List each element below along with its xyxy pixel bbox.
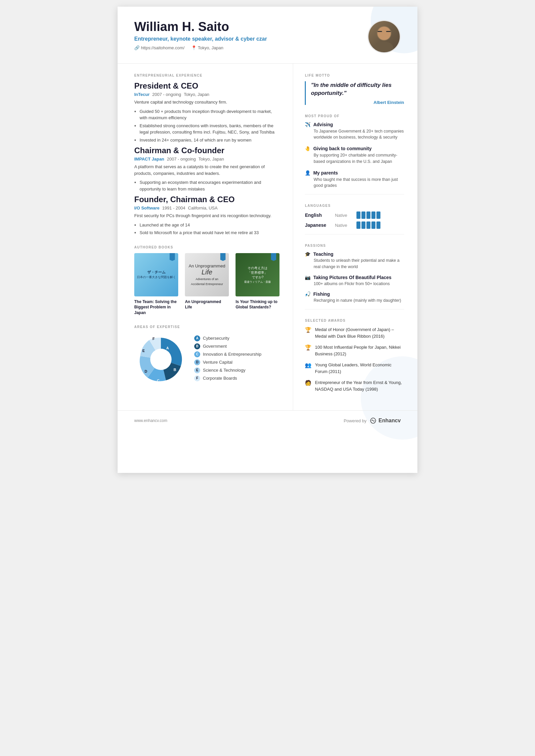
legend-label-e: Science & Technology <box>203 368 246 373</box>
lang-bar <box>366 221 370 229</box>
exp-title-2: Chairman & Co-founder <box>134 146 279 155</box>
award-text-4: Entrepreneur of the Year from Ernst & Yo… <box>315 379 404 392</box>
exp-bullets-3: Launched at the age of 14 Sold to Micros… <box>134 222 279 236</box>
passion-desc-1: Students to unleash their potential and … <box>313 257 404 270</box>
proud-title-2: 🤚 Giving back to community <box>305 146 404 151</box>
avatar-image <box>368 21 400 52</box>
book-cover-2: An UnprogrammedLifeAdventures of anAccid… <box>185 253 229 296</box>
legend-item-c: C Innovation & Entrepreneurship <box>194 351 279 357</box>
exp-location-2: Tokyo, Japan <box>199 157 224 162</box>
exp-company-3: I/O Software <box>134 205 160 210</box>
exp-meta-2: IMPACT Japan 2007 - ongoing Tokyo, Japan <box>134 157 279 162</box>
website-link[interactable]: 🔗 https://saitohome.com/ <box>134 45 185 50</box>
book-bookmark-3 <box>271 253 276 261</box>
svg-point-5 <box>150 349 172 370</box>
svg-text:E: E <box>142 349 145 353</box>
svg-text:F: F <box>153 337 155 341</box>
language-item-1: English Native <box>305 211 404 219</box>
exp-location-3: California, USA <box>188 205 218 210</box>
bullet-item: Invested in 24+ companies, 14 of which a… <box>134 137 279 144</box>
legend-label-b: Government <box>203 344 227 349</box>
award-text-3: Young Global Leaders, World Economic For… <box>315 362 404 375</box>
header: William H. Saito Entrepreneur, keynote s… <box>118 7 417 64</box>
proud-item-1: ✈️ Advising To Japanese Government & 20+… <box>305 122 404 141</box>
book-title-2: An Unprogrammed Life <box>185 299 229 310</box>
passions-section-label: PASSIONS <box>305 244 404 247</box>
divider-1 <box>305 194 404 194</box>
legend-label-a: Cybersecurity <box>203 336 229 341</box>
location-icon: 📍 <box>191 45 197 50</box>
award-icon-2: 🏆 <box>305 344 311 351</box>
footer: www.enhancv.com Powered by Enhancv <box>118 410 417 431</box>
award-item-1: 🏆 Medal of Honor (Government of Japan) –… <box>305 326 404 339</box>
book-bookmark-1 <box>170 253 175 261</box>
lang-bar <box>361 211 365 219</box>
motto-box: "In the middle of difficulty lies opport… <box>305 81 404 105</box>
lang-level-1: Native <box>335 213 353 218</box>
book-cover-1: ザ・チーム日本の一番大きな問題を解く <box>134 253 178 296</box>
proud-section-label: MOST PROUD OF <box>305 114 404 118</box>
lang-bar <box>366 211 370 219</box>
legend-item-f: F Corporate Boards <box>194 375 279 381</box>
book-cover-text-3: その考え方は「世界標準」ですか?最速ウィリアム・斎藤 <box>243 264 272 285</box>
person-title: Entrepreneur, keynote speaker, advisor &… <box>134 36 267 42</box>
svg-text:D: D <box>145 369 147 373</box>
experience-item-2: Chairman & Co-founder IMPACT Japan 2007 … <box>134 146 279 192</box>
svg-rect-3 <box>377 31 382 32</box>
footer-url: www.enhancv.com <box>134 418 167 423</box>
bullet-item: Guided 50 + products from inception thro… <box>134 108 279 121</box>
legend-letter-a: A <box>194 335 200 341</box>
lang-bar <box>356 211 360 219</box>
footer-powered: Powered by Enhancv <box>344 417 401 425</box>
lang-bar <box>371 211 375 219</box>
award-icon-4: 🧑 <box>305 380 311 386</box>
exp-title-3: Founder, Chairman & CEO <box>134 195 279 204</box>
divider-2 <box>305 234 404 234</box>
bullet-item: Supporting an ecosystem that encourages … <box>134 179 279 192</box>
lang-bar <box>376 211 380 219</box>
exp-period-3: 1991 - 2004 <box>162 205 185 210</box>
proud-desc-2: By supporting 20+ charitable and communi… <box>313 152 404 165</box>
books-section-label: AUTHORED BOOKS <box>134 245 279 249</box>
award-item-4: 🧑 Entrepreneur of the Year from Ernst & … <box>305 379 404 392</box>
link-icon: 🔗 <box>134 45 140 50</box>
exp-title-1: President & CEO <box>134 81 279 91</box>
passion-item-2: 📷 Taking Pictures Of Beautiful Places 10… <box>305 275 404 287</box>
passion-title-1: 🎓 Teaching <box>305 251 404 257</box>
passion-item-3: 🎣 Fishing Recharging in nature (mainly w… <box>305 291 404 304</box>
legend-item-a: A Cybersecurity <box>194 335 279 341</box>
exp-bullets-2: Supporting an ecosystem that encourages … <box>134 179 279 192</box>
motto-author: Albert Einstein <box>311 100 404 105</box>
books-grid: ザ・チーム日本の一番大きな問題を解く The Team: Solving the… <box>134 253 279 316</box>
award-icon-1: 🏆 <box>305 327 311 333</box>
enhancv-icon <box>369 417 377 425</box>
legend-letter-f: F <box>194 375 200 381</box>
passion-icon-2: 📷 <box>305 275 310 280</box>
expertise-chart: A B C D E F <box>134 333 188 386</box>
language-item-2: Japanese Native <box>305 221 404 229</box>
exp-company-2: IMPACT Japan <box>134 157 164 162</box>
exp-period-2: 2007 - ongoing <box>167 157 196 162</box>
book-cover-text-2: An UnprogrammedLifeAdventures of anAccid… <box>187 262 227 288</box>
award-item-3: 👥 Young Global Leaders, World Economic F… <box>305 362 404 375</box>
bullet-item: Established strong connections with inve… <box>134 123 279 136</box>
lang-bars-2 <box>356 221 380 229</box>
legend-letter-d: D <box>194 359 200 365</box>
award-icon-3: 👥 <box>305 362 311 368</box>
exp-meta-3: I/O Software 1991 - 2004 California, USA <box>134 205 279 210</box>
header-info: William H. Saito Entrepreneur, keynote s… <box>134 20 267 50</box>
motto-text: "In the middle of difficulty lies opport… <box>311 81 404 97</box>
book-item-1: ザ・チーム日本の一番大きな問題を解く The Team: Solving the… <box>134 253 178 316</box>
exp-bullets-1: Guided 50 + products from inception thro… <box>134 108 279 144</box>
book-item-2: An UnprogrammedLifeAdventures of anAccid… <box>185 253 229 316</box>
legend-letter-b: B <box>194 343 200 349</box>
expertise-legend: A Cybersecurity B Government C Innovatio… <box>194 335 279 383</box>
passion-desc-2: 100+ albums on Flickr from 50+ locations <box>313 281 404 287</box>
book-cover-text-1: ザ・チーム日本の一番大きな問題を解く <box>135 268 178 281</box>
avatar <box>367 20 401 53</box>
svg-point-1 <box>375 42 393 52</box>
passion-title-3: 🎣 Fishing <box>305 291 404 297</box>
proud-icon-2: 🤚 <box>305 146 310 151</box>
languages-section-label: LANGUAGES <box>305 204 404 207</box>
enhancv-logo: Enhancv <box>369 417 401 425</box>
